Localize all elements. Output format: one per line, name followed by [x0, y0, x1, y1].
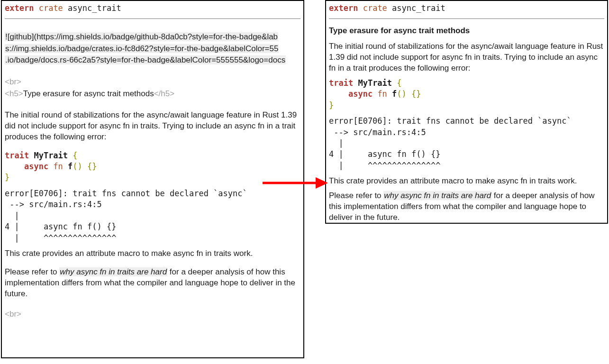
outro-para-2: Please refer to why async fn in traits a…	[5, 267, 300, 300]
reference-link-rendered[interactable]: why async fn in traits are hard	[383, 191, 491, 200]
br-tag-raw: <br>	[5, 77, 300, 88]
error-output-block: error[E0706]: trait fns cannot be declar…	[5, 188, 300, 244]
rendered-pane: extern crate async_trait Type erasure fo…	[325, 0, 608, 224]
badge-markdown-line2: s://img.shields.io/badge/crates.io-fc8d6…	[5, 43, 300, 55]
extern-crate-line-rendered: extern crate async_trait	[329, 3, 604, 14]
trait-code-block: trait MyTrait { async fn f() {} }	[5, 150, 300, 183]
kw-crate: crate	[39, 3, 63, 13]
br-tag-raw-bottom: <br>	[5, 309, 300, 320]
outro-para-2-rendered: Please refer to why async fn in traits a…	[329, 191, 604, 223]
h5-close-tag: </h5>	[154, 89, 175, 98]
reference-link[interactable]: why async fn in traits are hard	[59, 267, 167, 276]
source-pane: extern crate async_trait ![github](https…	[1, 0, 304, 358]
heading-text: Type erasure for async trait methods	[23, 89, 154, 98]
outro-para-1-rendered: This crate provides an attribute macro t…	[329, 176, 604, 187]
badge-markdown-line3: .io/badge/docs.rs-66c2a5?style=for-the-b…	[5, 55, 300, 66]
error-output-block-rendered: error[E0706]: trait fns cannot be declar…	[329, 116, 604, 171]
h5-tag-raw: <h5>Type erasure for async trait methods…	[5, 89, 300, 100]
heading-rendered: Type erasure for async trait methods	[329, 26, 604, 36]
intro-paragraph-rendered: The initial round of stabilizations for …	[329, 41, 604, 74]
outro-para-1: This crate provides an attribute macro t…	[5, 248, 300, 259]
horizontal-rule-rendered	[329, 18, 604, 19]
intro-paragraph: The initial round of stabilizations for …	[5, 110, 300, 143]
badge-markdown-line1: ![github](https://img.shields.io/badge/g…	[5, 31, 300, 43]
document-stage: extern crate async_trait ![github](https…	[0, 0, 609, 364]
crate-name: async_trait	[63, 3, 121, 13]
h5-open-tag: <h5>	[5, 89, 23, 98]
horizontal-rule	[5, 18, 300, 19]
kw-extern: extern	[5, 3, 34, 13]
outro2-pre: Please refer to	[5, 267, 59, 276]
trait-code-block-rendered: trait MyTrait { async fn f() {} }	[329, 78, 604, 111]
extern-crate-line: extern crate async_trait	[5, 3, 300, 14]
